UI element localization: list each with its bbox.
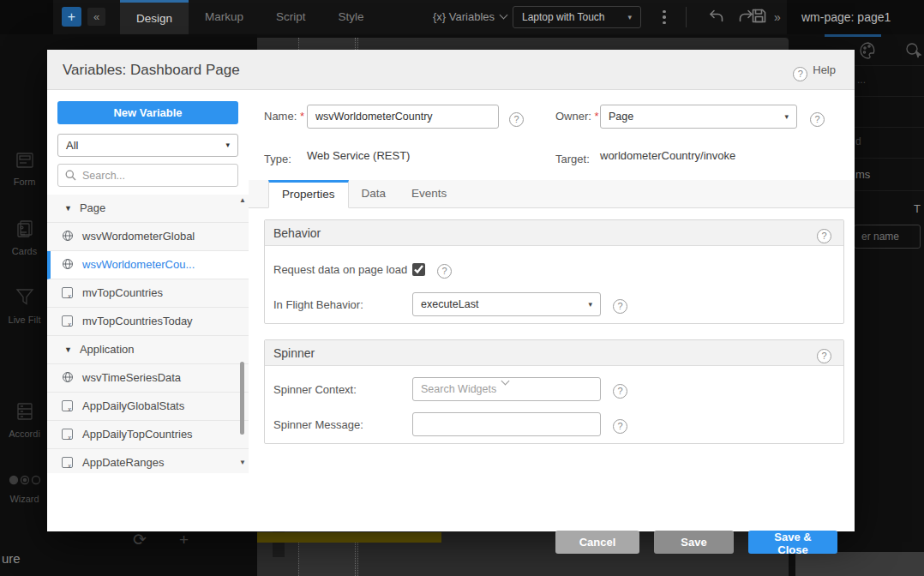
spinner-context-help-button[interactable]: ?	[613, 381, 633, 399]
variable-item[interactable]: xAppDailyTopCountries	[47, 421, 249, 449]
behavior-section: Behavior ? Request data on page load ? I…	[264, 219, 844, 324]
new-variable-button[interactable]: New Variable	[57, 101, 238, 124]
more-options-kebab-icon[interactable]	[658, 8, 670, 27]
name-input[interactable]	[307, 105, 499, 129]
owner-select[interactable]: Page▾	[600, 105, 797, 129]
owner-help-button[interactable]: ?	[810, 109, 830, 127]
question-icon: ?	[613, 419, 627, 434]
variable-list: ▼Page wsvWordometerGlobal wsvWorldometer…	[47, 195, 249, 473]
device-selector[interactable]: Laptop with Touch▾	[513, 6, 641, 28]
save-and-close-button[interactable]: Save & Close	[748, 531, 837, 554]
type-target-row: Type: Web Service (REST) Target: worldom…	[249, 147, 855, 165]
scroll-down-icon[interactable]: ▼	[237, 459, 248, 466]
spinner-message-label: Spinner Message:	[273, 418, 412, 431]
tab-data[interactable]: Data	[349, 180, 399, 208]
inflight-help-button[interactable]: ?	[613, 296, 633, 314]
dialog-header: Variables: Dashboard Page ?Help	[47, 50, 855, 90]
spinner-message-help-button[interactable]: ?	[613, 416, 633, 434]
dialog-title: Variables: Dashboard Page	[63, 50, 240, 90]
add-button[interactable]: +	[62, 7, 81, 27]
save-button[interactable]: Save	[654, 531, 734, 554]
variable-item[interactable]: xAppDateRanges	[47, 449, 249, 473]
variables-dialog: Variables: Dashboard Page ?Help New Vari…	[47, 50, 855, 531]
request-data-row: Request data on page load ?	[273, 257, 843, 281]
form-icon	[15, 158, 35, 172]
owner-label: Owner: *	[555, 105, 599, 129]
page-breadcrumb: wm-page: page1	[787, 0, 924, 34]
variable-item[interactable]: wsvWordometerGlobal	[47, 223, 249, 251]
scroll-up-icon[interactable]: ▲	[237, 196, 248, 204]
name-help-button[interactable]: ?	[509, 109, 529, 127]
overflow-chevrons[interactable]: »	[774, 0, 781, 34]
undo-icon[interactable]	[708, 9, 725, 27]
panel-fragment: T	[914, 202, 921, 215]
inflight-select[interactable]: executeLast▾	[412, 292, 601, 316]
spinner-help-button[interactable]: ?	[817, 345, 837, 363]
chevron-down-icon	[500, 11, 508, 20]
styles-palette-icon	[859, 41, 878, 63]
web-service-icon	[62, 225, 75, 252]
search-input[interactable]	[81, 165, 235, 185]
request-data-checkbox[interactable]	[412, 263, 425, 276]
caret-down-icon: ▾	[784, 105, 789, 128]
question-icon: ?	[509, 112, 524, 127]
behavior-section-header: Behavior ?	[265, 220, 843, 246]
main-toolbar: + « Design Markup Script Style {x} Varia…	[0, 0, 924, 34]
refresh-icon: ⟳	[133, 531, 147, 549]
question-icon: ?	[613, 384, 627, 399]
variable-group-application[interactable]: ▼Application	[47, 336, 249, 364]
variable-filter-select[interactable]: All▾	[57, 134, 238, 157]
spinner-message-row: Spinner Message: ?	[273, 412, 843, 436]
tab-properties[interactable]: Properties	[268, 180, 349, 208]
palette-footer-actions: ⟳+	[133, 530, 221, 549]
tab-script[interactable]: Script	[260, 0, 322, 34]
question-icon: ?	[817, 229, 831, 243]
panel-fragment: d	[855, 135, 861, 147]
list-scrollbar: ▲ ▼	[237, 195, 248, 473]
collapse-caret-icon: ▼	[64, 195, 72, 222]
wizard-icon	[8, 475, 42, 489]
tab-markup[interactable]: Markup	[189, 0, 260, 34]
app-window: Form Cards Live Filt Accordi Wizard ⟳+ u…	[0, 0, 924, 576]
save-icon[interactable]	[751, 8, 767, 27]
tab-style[interactable]: Style	[322, 0, 381, 34]
spinner-message-input[interactable]	[412, 412, 601, 436]
active-panel-tab-indicator	[825, 34, 881, 37]
panel-name-input	[854, 225, 921, 249]
variable-search	[57, 164, 238, 187]
cancel-button[interactable]: Cancel	[555, 531, 639, 554]
request-data-help-button[interactable]: ?	[437, 261, 457, 279]
variable-item[interactable]: xAppDailyGlobalStats	[47, 393, 249, 421]
palette-item-live-filter: Live Filt	[0, 287, 49, 325]
tab-design[interactable]: Design	[120, 0, 189, 34]
help-link[interactable]: ?Help	[793, 50, 836, 90]
target-value: worldometerCountry/invoke	[600, 147, 735, 165]
web-service-icon	[62, 366, 75, 393]
accordion-icon	[15, 410, 35, 424]
palette-item-form: Form	[0, 151, 49, 187]
chevron-down-icon	[501, 377, 510, 386]
behavior-help-button[interactable]: ?	[817, 225, 837, 243]
spinner-context-select[interactable]: Search Widgets	[412, 377, 601, 401]
variable-item[interactable]: wsvTimeSeriesData	[47, 364, 249, 393]
scrollbar-thumb[interactable]	[240, 362, 244, 435]
dialog-footer: Cancel Save Save & Close	[249, 531, 855, 555]
tab-events[interactable]: Events	[399, 180, 459, 208]
variable-item[interactable]: xmvTopCountries	[47, 279, 249, 308]
panel-bottom-block	[795, 552, 924, 576]
collapse-caret-icon: ▼	[64, 336, 72, 363]
palette-item-wizard: Wizard	[0, 473, 49, 504]
collapse-panel-button[interactable]: «	[87, 8, 105, 26]
spinner-section: Spinner ? Spinner Context: Search Widget…	[264, 339, 844, 444]
spinner-context-label: Spinner Context:	[273, 383, 412, 396]
variables-menu[interactable]: {x} Variables	[433, 0, 507, 34]
request-data-label: Request data on page load	[273, 263, 412, 276]
palette-item-accordion: Accordi	[0, 401, 49, 439]
variable-item[interactable]: xmvTopCountriesToday	[47, 308, 249, 336]
variable-group-page[interactable]: ▼Page	[47, 195, 249, 223]
spinner-context-row: Spinner Context: Search Widgets ?	[273, 377, 843, 401]
add-icon: +	[179, 531, 189, 549]
toolbar-divider	[686, 7, 687, 27]
toolbar-left-block	[0, 0, 53, 34]
variable-item-selected[interactable]: wsvWorldometerCou...	[47, 251, 249, 279]
